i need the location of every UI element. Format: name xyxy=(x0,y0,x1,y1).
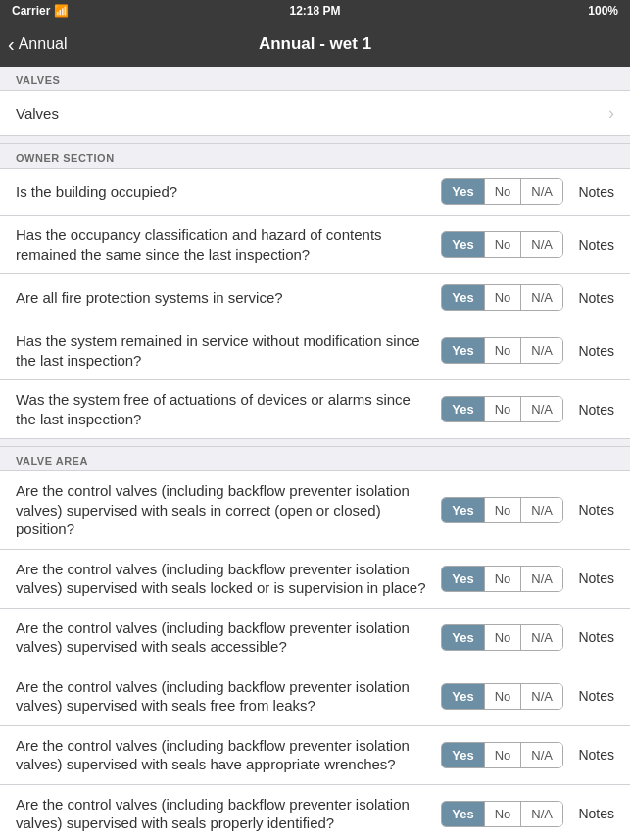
no-button-6[interactable]: No xyxy=(485,498,522,522)
yes-no-na-group-1: Yes No N/A xyxy=(441,178,563,205)
question-controls-11: Yes No N/A Notes xyxy=(441,801,614,827)
question-row-10: Are the control valves (including backfl… xyxy=(0,726,630,785)
yes-no-na-group-4: Yes No N/A xyxy=(441,337,563,364)
na-button-9[interactable]: N/A xyxy=(521,684,562,709)
notes-button-7[interactable]: Notes xyxy=(571,570,614,586)
notes-button-8[interactable]: Notes xyxy=(571,629,614,645)
question-row-3: Are all fire protection systems in servi… xyxy=(0,274,630,321)
status-time: 12:18 PM xyxy=(289,4,340,18)
notes-button-5[interactable]: Notes xyxy=(571,402,614,418)
section-header-valve-area: VALVE AREA xyxy=(0,447,630,471)
valves-chevron-icon: › xyxy=(608,103,614,124)
no-button-10[interactable]: No xyxy=(485,743,522,767)
yes-button-9[interactable]: Yes xyxy=(442,684,484,709)
na-button-11[interactable]: N/A xyxy=(521,802,562,826)
yes-button-2[interactable]: Yes xyxy=(442,232,484,257)
yes-button-11[interactable]: Yes xyxy=(442,802,484,826)
notes-button-1[interactable]: Notes xyxy=(571,184,614,200)
nav-bar: ‹ Annual Annual - wet 1 xyxy=(0,22,630,67)
yes-no-na-group-7: Yes No N/A xyxy=(441,566,563,592)
nav-title: Annual - wet 1 xyxy=(259,34,371,54)
no-button-4[interactable]: No xyxy=(485,338,522,363)
notes-button-2[interactable]: Notes xyxy=(571,237,614,253)
na-button-6[interactable]: N/A xyxy=(521,498,562,522)
no-button-11[interactable]: No xyxy=(485,802,522,826)
question-label-7: Are the control valves (including backfl… xyxy=(16,560,441,598)
na-button-3[interactable]: N/A xyxy=(521,285,562,310)
yes-no-na-group-5: Yes No N/A xyxy=(441,396,563,422)
section-header-owner: OWNER SECTION xyxy=(0,144,630,169)
na-button-2[interactable]: N/A xyxy=(521,232,562,257)
question-controls-6: Yes No N/A Notes xyxy=(441,497,614,523)
no-button-5[interactable]: No xyxy=(485,397,522,421)
back-label: Annual xyxy=(19,35,68,53)
wifi-icon: 📶 xyxy=(54,4,69,18)
question-controls-1: Yes No N/A Notes xyxy=(441,178,614,205)
section-gap-1 xyxy=(0,136,630,144)
yes-button-6[interactable]: Yes xyxy=(442,498,484,522)
no-button-8[interactable]: No xyxy=(485,625,522,650)
yes-button-1[interactable]: Yes xyxy=(442,179,484,204)
question-row-1: Is the building occupied? Yes No N/A Not… xyxy=(0,169,630,216)
yes-no-na-group-2: Yes No N/A xyxy=(441,231,563,258)
question-controls-3: Yes No N/A Notes xyxy=(441,284,614,311)
question-controls-10: Yes No N/A Notes xyxy=(441,742,614,768)
question-label-5: Was the system free of actuations of dev… xyxy=(16,390,441,428)
question-label-1: Is the building occupied? xyxy=(16,182,441,202)
question-row-5: Was the system free of actuations of dev… xyxy=(0,380,630,439)
yes-button-3[interactable]: Yes xyxy=(442,285,484,310)
notes-button-4[interactable]: Notes xyxy=(571,343,614,359)
yes-no-na-group-9: Yes No N/A xyxy=(441,683,563,710)
notes-button-9[interactable]: Notes xyxy=(571,688,614,704)
question-label-8: Are the control valves (including backfl… xyxy=(16,618,441,657)
notes-button-10[interactable]: Notes xyxy=(571,747,614,763)
nav-back-button[interactable]: ‹ Annual xyxy=(8,34,68,54)
yes-no-na-group-10: Yes No N/A xyxy=(441,742,563,768)
no-button-9[interactable]: No xyxy=(485,684,522,709)
question-row-8: Are the control valves (including backfl… xyxy=(0,609,630,667)
question-label-2: Has the occupancy classification and haz… xyxy=(16,225,441,264)
question-controls-9: Yes No N/A Notes xyxy=(441,683,614,710)
no-button-7[interactable]: No xyxy=(485,567,522,591)
yes-no-na-group-3: Yes No N/A xyxy=(441,284,563,311)
question-controls-2: Yes No N/A Notes xyxy=(441,231,614,258)
yes-no-na-group-6: Yes No N/A xyxy=(441,497,563,523)
yes-button-10[interactable]: Yes xyxy=(442,743,484,767)
question-label-6: Are the control valves (including backfl… xyxy=(16,481,441,539)
question-label-3: Are all fire protection systems in servi… xyxy=(16,288,441,308)
na-button-10[interactable]: N/A xyxy=(521,743,562,767)
no-button-1[interactable]: No xyxy=(485,179,522,204)
yes-button-5[interactable]: Yes xyxy=(442,397,484,421)
notes-button-3[interactable]: Notes xyxy=(571,290,614,306)
question-row-7: Are the control valves (including backfl… xyxy=(0,550,630,609)
na-button-7[interactable]: N/A xyxy=(521,567,562,591)
na-button-8[interactable]: N/A xyxy=(521,625,562,650)
back-chevron-icon: ‹ xyxy=(8,34,15,54)
notes-button-11[interactable]: Notes xyxy=(571,806,614,821)
question-controls-5: Yes No N/A Notes xyxy=(441,396,614,422)
question-label-9: Are the control valves (including backfl… xyxy=(16,677,441,716)
question-row-2: Has the occupancy classification and haz… xyxy=(0,216,630,274)
question-label-11: Are the control valves (including backfl… xyxy=(16,795,441,833)
yes-button-7[interactable]: Yes xyxy=(442,567,484,591)
question-label-10: Are the control valves (including backfl… xyxy=(16,736,441,774)
notes-button-6[interactable]: Notes xyxy=(571,502,614,518)
section-gap-2 xyxy=(0,439,630,447)
question-row-6: Are the control valves (including backfl… xyxy=(0,471,630,550)
na-button-1[interactable]: N/A xyxy=(521,179,562,204)
question-row-9: Are the control valves (including backfl… xyxy=(0,667,630,726)
question-controls-8: Yes No N/A Notes xyxy=(441,624,614,651)
status-bar-right: 100% xyxy=(588,4,618,18)
section-header-valves: VALVES xyxy=(0,67,630,91)
no-button-2[interactable]: No xyxy=(485,232,522,257)
na-button-4[interactable]: N/A xyxy=(521,338,562,363)
no-button-3[interactable]: No xyxy=(485,285,522,310)
status-bar-left: Carrier 📶 xyxy=(12,4,69,18)
yes-no-na-group-11: Yes No N/A xyxy=(441,801,563,827)
na-button-5[interactable]: N/A xyxy=(521,397,562,421)
yes-button-4[interactable]: Yes xyxy=(442,338,484,363)
valves-row[interactable]: Valves › xyxy=(0,91,630,136)
yes-button-8[interactable]: Yes xyxy=(442,625,484,650)
question-label-4: Has the system remained in service witho… xyxy=(16,331,441,370)
question-controls-7: Yes No N/A Notes xyxy=(441,566,614,592)
